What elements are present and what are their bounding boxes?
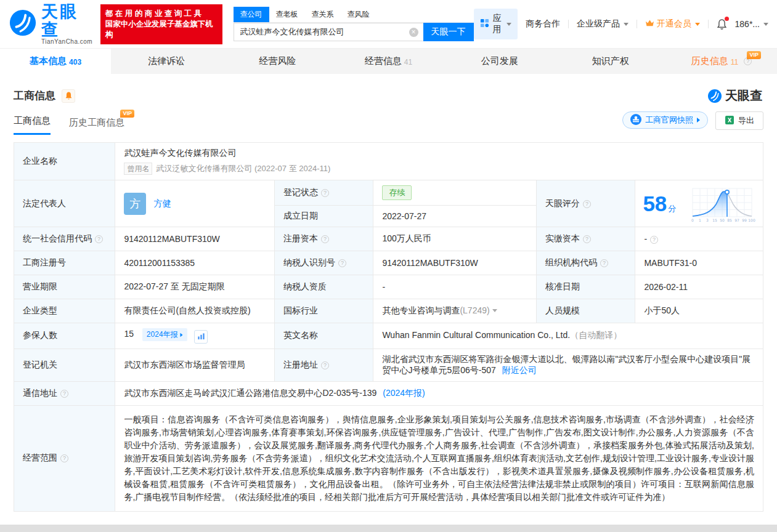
clear-icon[interactable] [409,28,418,37]
help-icon[interactable] [321,235,329,243]
tab-count: 403 [69,58,81,66]
tab-operation-info[interactable]: 经营信息 41 [333,49,444,74]
notification-bell-icon[interactable] [717,18,727,30]
svg-text:50: 50 [720,218,725,222]
tab-count: 41 [404,58,412,66]
tab-basic-info[interactable]: 基本信息 403 [0,49,111,74]
arrow-right-icon [697,118,700,123]
subtab-business-info[interactable]: 工商信息 [14,115,51,135]
export-button[interactable]: 导出 [715,111,763,130]
subscribe-bell-icon[interactable] [62,89,75,103]
grid-icon [480,18,489,30]
annual-report-link[interactable]: (2024年报) [383,388,425,398]
search-button[interactable]: 天眼一下 [423,23,474,41]
english-name-value: Wuhan Fanmin Cultural Communication Co.,… [373,323,763,349]
search-block: 查公司 查老板 查关系 查风险 天眼一下 [234,7,474,41]
apps-menu[interactable]: 应用 [474,9,518,39]
divider [708,20,709,28]
tab-intellectual-property[interactable]: 知识产权 [555,49,666,74]
reg-address-value: 湖北省武汉市东西湖区将军路街金银潭大道以北、银潭路以南"武汉客厅小型会展中心建设… [373,349,763,381]
legal-rep-cell: 方 方健 [115,180,275,227]
org-code-label: 组织机构代码 [537,251,635,275]
vip-badge: VIP [747,51,761,59]
nav-open-vip[interactable]: 开通会员 [645,18,700,30]
official-snapshot-button[interactable]: 工商官网快照 [622,111,708,129]
credit-code-label: 统一社会信用代码 [14,227,115,251]
nav-cooperation[interactable]: 商务合作 [526,18,560,30]
taxpayer-quality-label: 纳税人资质 [275,275,373,299]
chevron-down-icon[interactable] [492,309,497,312]
apps-label: 应用 [493,13,502,35]
establish-date-value: 2022-07-27 [373,206,537,227]
nearby-companies-link[interactable]: 附近公司 [502,365,537,375]
search-tab-boss[interactable]: 查老板 [269,7,305,22]
approval-date-value: 2026-02-11 [635,275,763,299]
slogan-line2: 国家中小企业发展子基金旗下机构 [105,19,218,40]
divider [568,20,569,28]
tab-count: 11 [731,58,738,66]
tab-history-info[interactable]: VIP 历史信息 11 [666,49,777,74]
logo-title: 天眼查 [41,3,94,38]
business-term-label: 营业期限 [14,275,115,299]
help-icon[interactable] [583,200,591,208]
help-icon[interactable] [60,390,68,398]
staff-size-label: 人员规模 [537,299,635,323]
search-tab-relation[interactable]: 查关系 [305,7,341,22]
former-name-badge: 曾用名 [124,163,152,175]
score-distribution-chart: 0 1 3 15 50 85 97 99 100 [686,185,758,223]
tab-operation-risk[interactable]: 经营风险 [222,49,333,74]
help-icon[interactable] [321,189,329,197]
table-row: 通信地址 武汉市东西湖区走马岭武汉汇通公路港信息交易中心D2-035号-139 … [14,381,763,405]
subtab-history-business-info[interactable]: 历史工商信息 VIP [69,117,124,135]
svg-text:15: 15 [712,218,717,222]
search-tab-risk[interactable]: 查风险 [341,7,376,22]
company-name-label: 企业名称 [14,143,115,180]
company-name-cell: 武汉蛙声今文化传媒有限公司 曾用名 武汉泛敏文化传播有限公司 (2022-07 … [115,143,763,180]
business-info-table: 企业名称 武汉蛙声今文化传媒有限公司 曾用名 武汉泛敏文化传播有限公司 (202… [14,142,763,512]
nav-enterprise-products[interactable]: 企业级产品 [577,18,629,30]
crown-icon [645,19,654,29]
help-icon[interactable] [650,236,658,244]
reg-address-label: 注册地址 [275,349,373,381]
search-tab-company[interactable]: 查公司 [234,7,269,22]
company-tabbar: 基本信息 403 法律诉讼 经营风险 经营信息 41 公司发展 知识产权 VIP… [0,48,777,74]
company-type-value: 有限责任公司(自然人投资或控股) [115,299,275,323]
insured-trend-button[interactable] [194,330,208,344]
tab-company-development[interactable]: 公司发展 [444,49,555,74]
help-icon[interactable] [600,259,608,267]
section-title: 工商信息 [14,89,55,103]
business-term-value: 2022-07-27 至 无固定期限 [115,275,275,299]
help-icon[interactable] [321,361,329,369]
help-icon[interactable] [338,259,346,267]
industry-value: 其他专业咨询与调查(L7249) [373,299,537,323]
svg-text:85: 85 [727,218,732,222]
paid-capital-label: 实缴资本 [537,227,635,251]
arrow-right-icon [180,332,182,336]
search-input[interactable] [234,23,423,41]
legal-rep-avatar[interactable]: 方 [124,193,146,215]
help-icon[interactable] [60,454,68,462]
table-row: 企业类型 有限责任公司(自然人投资或控股) 国标行业 其他专业咨询与调查(L72… [14,299,763,323]
watermark-logo: 天眼查 [707,87,762,104]
reg-capital-label: 注册资本 [275,227,373,251]
top-nav: 应用 商务合作 企业级产品 开通会员 [474,9,768,39]
chevron-down-icon [695,23,700,26]
annual-report-badge[interactable]: 2024年报 [142,328,187,341]
svg-text:99: 99 [742,218,747,222]
account-menu[interactable]: 186*... [735,19,768,29]
business-scope-label: 经营范围 [14,405,115,511]
taxpayer-quality-value: - [373,275,537,299]
tab-legal-litigation[interactable]: 法律诉讼 [111,49,222,74]
mail-address-label: 通信地址 [14,381,115,405]
tianyancha-logo[interactable]: 天眼查 TianYanCha.com [9,3,94,45]
industry-code: (L7249) [460,305,489,315]
business-scope-value: 一般项目：信息咨询服务（不含许可类信息咨询服务），舆情信息服务,企业形象策划,项… [115,405,763,511]
legal-rep-link[interactable]: 方健 [153,198,171,209]
help-icon[interactable] [95,235,103,243]
mail-address-value: 武汉市东西湖区走马岭武汉汇通公路港信息交易中心D2-035号-139 (2024… [115,381,763,405]
table-row: 营业期限 2022-07-27 至 无固定期限 纳税人资质 - 核准日期 202… [14,275,763,299]
help-icon[interactable] [583,235,591,243]
company-type-label: 企业类型 [14,299,115,323]
enterprise-label: 企业级产品 [577,18,620,30]
chevron-down-icon [624,23,629,26]
